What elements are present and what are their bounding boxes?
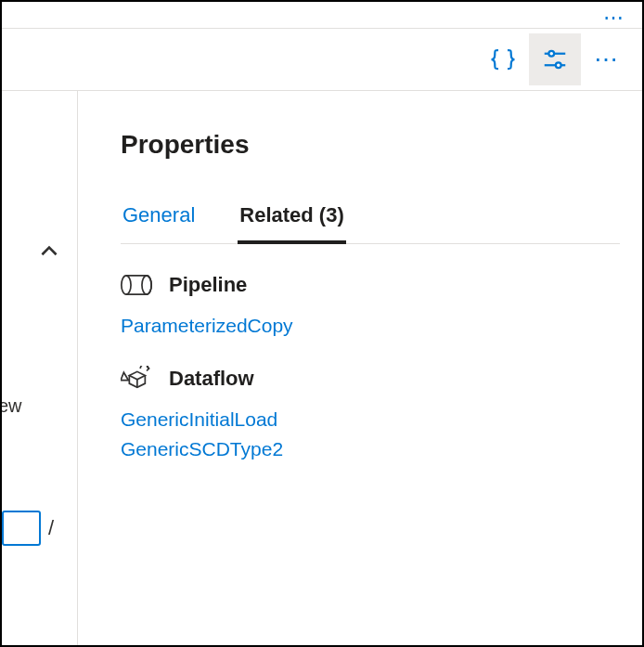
- svg-point-3: [556, 62, 561, 68]
- section-pipeline-head: Pipeline: [121, 272, 620, 298]
- dataflow-link-1[interactable]: GenericInitialLoad: [121, 405, 620, 435]
- dataflow-icon: [121, 366, 152, 392]
- dataflow-link-2[interactable]: GenericSCDType2: [121, 434, 620, 465]
- left-gutter: ew /: [2, 91, 78, 645]
- header-toolbar: ⋯: [2, 28, 642, 91]
- sliders-icon: [541, 45, 569, 73]
- truncated-label: ew: [2, 395, 22, 417]
- app-frame: ⋯ ⋯ ew / Pro: [0, 0, 644, 647]
- tab-related[interactable]: Related (3): [238, 203, 345, 244]
- svg-point-5: [142, 276, 151, 294]
- path-separator: /: [48, 516, 54, 540]
- section-dataflow-title: Dataflow: [169, 367, 254, 391]
- section-pipeline-title: Pipeline: [169, 273, 247, 297]
- tab-strip: General Related (3): [121, 202, 620, 244]
- panel-title: Properties: [121, 130, 620, 160]
- section-pipeline: Pipeline ParameterizedCopy: [121, 272, 620, 342]
- code-view-button[interactable]: [477, 33, 529, 85]
- section-dataflow-head: Dataflow: [121, 366, 620, 392]
- pipeline-link[interactable]: ParameterizedCopy: [121, 311, 620, 342]
- window-overflow-icon[interactable]: ⋯: [603, 7, 625, 28]
- properties-panel: Properties General Related (3) Pipeline …: [78, 91, 642, 645]
- svg-point-1: [548, 51, 554, 57]
- pipeline-icon: [121, 272, 152, 298]
- braces-icon: [489, 45, 517, 73]
- section-dataflow: Dataflow GenericInitialLoad GenericSCDTy…: [121, 366, 620, 465]
- path-input[interactable]: [2, 511, 41, 546]
- collapse-button[interactable]: [37, 239, 61, 267]
- properties-toggle-button[interactable]: [529, 33, 581, 85]
- chevron-up-icon: [37, 239, 61, 264]
- svg-point-4: [122, 276, 131, 294]
- tab-general[interactable]: General: [121, 203, 197, 244]
- header-overflow-button[interactable]: ⋯: [581, 47, 633, 71]
- path-fragment: /: [2, 511, 59, 546]
